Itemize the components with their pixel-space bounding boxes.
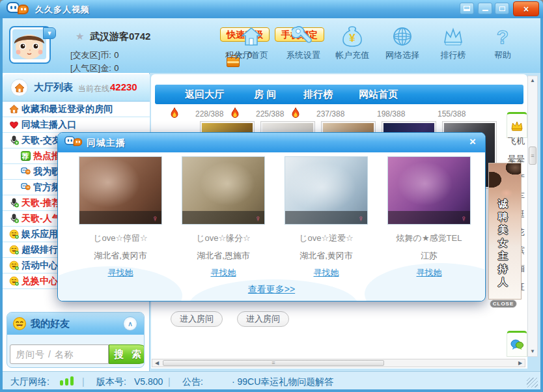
- smiley-icon: [8, 245, 20, 255]
- anchor-card: ♀ じove☆缘分☆ 湖北省,恩施市 寻找她: [182, 152, 265, 279]
- svg-text:?: ?: [497, 26, 508, 48]
- hall-list-icon: [10, 79, 28, 96]
- find-her-link[interactable]: 寻找她: [417, 267, 442, 279]
- female-icon: ♀: [460, 214, 467, 223]
- skin-button[interactable]: [460, 3, 474, 14]
- enter-room-button[interactable]: 进入房间: [237, 311, 289, 327]
- collapse-button[interactable]: ∧: [123, 316, 137, 331]
- nav-help[interactable]: ? 帮助: [482, 25, 523, 74]
- maximize-button[interactable]: [495, 3, 509, 14]
- title-bar: 久久多人视频 ×: [0, 0, 543, 18]
- anchor-photo[interactable]: ♀: [387, 156, 471, 225]
- anchor-card: ♀ 炫舞の★感觉TEL 江苏 寻找她: [387, 152, 471, 279]
- nav-system-settings[interactable]: 系统设置: [283, 25, 324, 74]
- gift-rank-tab[interactable]: [507, 112, 527, 138]
- anchor-card: ♀ じove☆逆爱☆ 湖北省,黄冈市 寻找她: [285, 152, 368, 279]
- modal-header[interactable]: 同城主播 ×: [58, 133, 485, 152]
- scroll-down-arrow[interactable]: ▼: [529, 348, 536, 356]
- smiley-icon: [8, 229, 20, 239]
- popularity-gold-label: [人气区]金:: [70, 63, 111, 73]
- banner-close-button[interactable]: CLOSE: [490, 300, 517, 308]
- find-her-link[interactable]: 寻找她: [211, 267, 236, 279]
- tab-ranking[interactable]: 排行榜: [303, 89, 333, 101]
- nav-icon-label: 排行榜: [432, 49, 474, 61]
- close-button[interactable]: ×: [513, 1, 539, 16]
- anchor-photo[interactable]: ♀: [285, 156, 368, 225]
- room-count: 225/388: [256, 109, 284, 119]
- hot-flame-icon: [169, 107, 180, 119]
- recruit-banner[interactable]: 诚聘美女主持人: [488, 163, 522, 300]
- chat-tab[interactable]: [507, 331, 527, 357]
- logo-bubbles-icon: [20, 167, 31, 176]
- horizontal-scroll-thumb[interactable]: ≡: [163, 360, 384, 366]
- dropdown-icon: ▼: [47, 30, 53, 36]
- room-navbar: 返回大厅 房 间 排行榜 网站首页: [155, 85, 523, 104]
- question-icon: ?: [491, 25, 514, 48]
- crown-icon: [441, 25, 465, 48]
- tab-website-home[interactable]: 网站首页: [359, 89, 398, 101]
- microphone-icon: [8, 198, 20, 208]
- scroll-left-arrow[interactable]: ◀: [153, 359, 161, 367]
- nav-account-recharge[interactable]: 帐户充值: [331, 25, 373, 74]
- tab-back-to-hall[interactable]: 返回大厅: [185, 89, 224, 101]
- chat-bubbles-icon: [510, 339, 523, 350]
- sidebar-header: 大厅列表 当前在线: 42230: [3, 74, 150, 102]
- chevron-up-icon: ∧: [128, 320, 133, 328]
- female-icon: ♀: [255, 214, 261, 223]
- find-her-link[interactable]: 寻找她: [108, 267, 133, 279]
- search-button[interactable]: 搜 索: [109, 344, 145, 364]
- network-label: 大厅网络:: [10, 376, 49, 388]
- friends-panel: 我的好友 ∧ 搜 索: [7, 312, 145, 368]
- microphone-icon: [8, 135, 20, 145]
- banner-text: 诚聘美女主持人: [498, 197, 509, 288]
- room-count: 237/388: [316, 109, 344, 119]
- modal-close-icon[interactable]: ×: [469, 135, 476, 148]
- smiley-icon: [12, 316, 27, 331]
- anchor-location: 湖北省,黄冈市: [285, 250, 368, 262]
- hall-list-title: 大厅列表: [34, 81, 73, 94]
- nav-hall-home[interactable]: 大厅首页: [230, 25, 272, 74]
- enter-room-button[interactable]: 进入房间: [171, 311, 223, 327]
- vertical-scrollbar[interactable]: ▲ ≡ ▼: [527, 76, 538, 357]
- friends-bar[interactable]: 我的好友 ∧: [7, 313, 144, 335]
- photo-strip: ♀: [285, 211, 367, 224]
- anchor-name: じove☆停留☆: [79, 232, 162, 244]
- room-search-input[interactable]: [10, 344, 109, 364]
- modal-body: ♀ じove☆停留☆ 湖北省,黄冈市 寻找她 ♀ じove☆缘分☆ 湖北省,恩施…: [59, 152, 484, 301]
- sidebar-item-favorites[interactable]: 收藏和最近登录的房间: [3, 102, 150, 117]
- hot-flame-icon: [230, 107, 240, 119]
- friend-coin-label: [交友区]币:: [70, 50, 111, 60]
- gift-item: 飞机: [494, 135, 525, 147]
- anchor-photo[interactable]: ♀: [182, 156, 265, 225]
- anchor-photo[interactable]: ♀: [79, 156, 162, 225]
- scroll-right-arrow[interactable]: ▶: [516, 359, 524, 367]
- signal-bar-icon: [70, 376, 74, 385]
- house-icon: [8, 104, 20, 114]
- username: 武汉游客0742: [90, 31, 150, 43]
- anchor-location: 湖北省,恩施市: [182, 250, 265, 262]
- anchor-name: じove☆逆爱☆: [285, 232, 368, 244]
- scroll-up-arrow[interactable]: ▲: [529, 77, 536, 85]
- avatar-dropdown[interactable]: ▼: [43, 27, 56, 39]
- horizontal-scrollbar[interactable]: ◀ ≡ ▶: [152, 359, 525, 367]
- popularity-gold-value: 0: [114, 63, 118, 73]
- version-label: 版本号:: [96, 376, 126, 388]
- home-icon: [240, 25, 263, 48]
- nav-ranking[interactable]: 排行榜: [432, 25, 474, 74]
- sidebar-item-city-anchors[interactable]: 同城主播入口: [3, 117, 150, 133]
- minimize-button[interactable]: [478, 3, 492, 14]
- anchor-name: じove☆缘分☆: [182, 232, 265, 244]
- version-value: V5.800: [134, 376, 163, 387]
- nav-icon-label: 网络选择: [382, 49, 423, 61]
- recommend-badge-icon: 荐: [20, 151, 31, 161]
- nav-icon-label: 系统设置: [283, 49, 324, 61]
- resize-grip[interactable]: [527, 378, 538, 387]
- vertical-scroll-thumb[interactable]: ≡: [529, 147, 536, 165]
- app-logo-icon: [7, 2, 31, 16]
- see-more-link[interactable]: 查看更多>>: [59, 284, 484, 296]
- tab-rooms[interactable]: 房 间: [254, 89, 276, 101]
- room-count: 198/388: [377, 109, 405, 119]
- find-her-link[interactable]: 寻找她: [314, 267, 339, 279]
- nav-network-select[interactable]: 网络选择: [382, 25, 423, 74]
- notice-text[interactable]: · 99CU幸运礼物问题解答: [232, 376, 333, 388]
